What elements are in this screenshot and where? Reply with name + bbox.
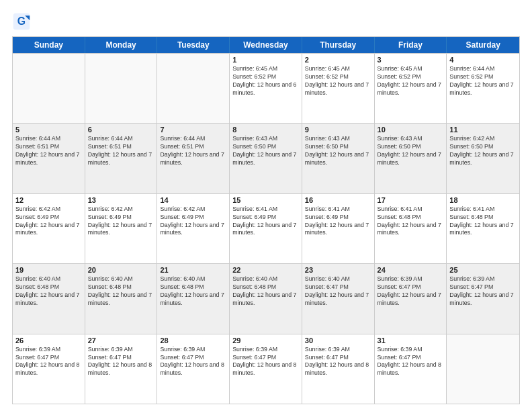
day-number: 7 <box>160 126 226 134</box>
header-day-wednesday: Wednesday <box>230 37 302 53</box>
day-number: 8 <box>232 126 299 134</box>
calendar-cell <box>85 54 158 123</box>
calendar: SundayMondayTuesdayWednesdayThursdayFrid… <box>12 36 520 404</box>
day-number: 27 <box>88 336 154 345</box>
calendar-cell: 16 Sunrise: 6:41 AMSunset: 6:49 PMDaylig… <box>302 194 375 263</box>
calendar-cell <box>157 54 230 123</box>
cell-info: Sunrise: 6:44 AMSunset: 6:51 PMDaylight:… <box>15 135 82 167</box>
day-number: 19 <box>15 266 82 274</box>
day-number: 13 <box>88 196 154 204</box>
cell-info: Sunrise: 6:39 AMSunset: 6:47 PMDaylight:… <box>88 346 154 378</box>
day-number: 1 <box>232 56 299 64</box>
calendar-cell: 10 Sunrise: 6:43 AMSunset: 6:50 PMDaylig… <box>375 124 447 193</box>
cell-info: Sunrise: 6:40 AMSunset: 6:48 PMDaylight:… <box>15 275 82 308</box>
day-number: 5 <box>15 126 82 134</box>
header-day-tuesday: Tuesday <box>157 37 230 53</box>
calendar-cell: 24 Sunrise: 6:39 AMSunset: 6:47 PMDaylig… <box>375 264 447 333</box>
page: G SundayMondayTuesdayWednesdayThursdayFr… <box>0 0 532 411</box>
calendar-cell <box>13 54 85 123</box>
day-number: 31 <box>378 336 444 345</box>
header-day-saturday: Saturday <box>447 37 519 53</box>
cell-info: Sunrise: 6:43 AMSunset: 6:50 PMDaylight:… <box>378 135 444 167</box>
calendar-header: SundayMondayTuesdayWednesdayThursdayFrid… <box>13 37 519 53</box>
cell-info: Sunrise: 6:42 AMSunset: 6:49 PMDaylight:… <box>15 205 82 238</box>
day-number: 16 <box>305 196 371 204</box>
day-number: 18 <box>449 196 517 204</box>
day-number: 6 <box>88 126 154 134</box>
header-day-sunday: Sunday <box>13 37 85 53</box>
calendar-cell: 7 Sunrise: 6:44 AMSunset: 6:51 PMDayligh… <box>157 124 230 193</box>
day-number: 3 <box>378 56 444 64</box>
calendar-cell: 4 Sunrise: 6:44 AMSunset: 6:52 PMDayligh… <box>447 54 519 123</box>
calendar-cell: 8 Sunrise: 6:43 AMSunset: 6:50 PMDayligh… <box>230 124 302 193</box>
calendar-cell: 31 Sunrise: 6:39 AMSunset: 6:47 PMDaylig… <box>375 334 447 404</box>
day-number: 14 <box>160 196 226 204</box>
calendar-cell: 20 Sunrise: 6:40 AMSunset: 6:48 PMDaylig… <box>85 264 158 333</box>
calendar-cell: 29 Sunrise: 6:39 AMSunset: 6:47 PMDaylig… <box>230 334 302 404</box>
cell-info: Sunrise: 6:40 AMSunset: 6:48 PMDaylight:… <box>160 275 226 308</box>
calendar-cell <box>447 334 519 404</box>
day-number: 25 <box>449 266 517 274</box>
cell-info: Sunrise: 6:40 AMSunset: 6:48 PMDaylight:… <box>88 275 154 308</box>
day-number: 24 <box>378 266 444 274</box>
day-number: 26 <box>15 336 82 345</box>
cell-info: Sunrise: 6:39 AMSunset: 6:47 PMDaylight:… <box>449 275 517 308</box>
calendar-cell: 9 Sunrise: 6:43 AMSunset: 6:50 PMDayligh… <box>302 124 375 193</box>
day-number: 10 <box>378 126 444 134</box>
calendar-cell: 21 Sunrise: 6:40 AMSunset: 6:48 PMDaylig… <box>157 264 230 333</box>
cell-info: Sunrise: 6:39 AMSunset: 6:47 PMDaylight:… <box>160 346 226 378</box>
cell-info: Sunrise: 6:40 AMSunset: 6:48 PMDaylight:… <box>232 275 299 308</box>
calendar-cell: 26 Sunrise: 6:39 AMSunset: 6:47 PMDaylig… <box>13 334 85 404</box>
calendar-row-4: 26 Sunrise: 6:39 AMSunset: 6:47 PMDaylig… <box>13 334 519 404</box>
day-number: 9 <box>305 126 371 134</box>
calendar-cell: 11 Sunrise: 6:42 AMSunset: 6:50 PMDaylig… <box>447 124 519 193</box>
day-number: 12 <box>15 196 82 204</box>
calendar-cell: 25 Sunrise: 6:39 AMSunset: 6:47 PMDaylig… <box>447 264 519 333</box>
logo: G <box>12 12 34 31</box>
calendar-cell: 27 Sunrise: 6:39 AMSunset: 6:47 PMDaylig… <box>85 334 158 404</box>
calendar-row-0: 1 Sunrise: 6:45 AMSunset: 6:52 PMDayligh… <box>13 53 519 123</box>
cell-info: Sunrise: 6:42 AMSunset: 6:49 PMDaylight:… <box>88 205 154 238</box>
cell-info: Sunrise: 6:45 AMSunset: 6:52 PMDaylight:… <box>305 65 371 97</box>
cell-info: Sunrise: 6:40 AMSunset: 6:47 PMDaylight:… <box>305 275 371 308</box>
calendar-row-3: 19 Sunrise: 6:40 AMSunset: 6:48 PMDaylig… <box>13 263 519 333</box>
day-number: 29 <box>232 336 299 345</box>
logo-icon: G <box>12 12 31 31</box>
calendar-cell: 6 Sunrise: 6:44 AMSunset: 6:51 PMDayligh… <box>85 124 158 193</box>
cell-info: Sunrise: 6:41 AMSunset: 6:48 PMDaylight:… <box>378 205 444 238</box>
day-number: 30 <box>305 336 371 345</box>
cell-info: Sunrise: 6:41 AMSunset: 6:48 PMDaylight:… <box>449 205 517 238</box>
calendar-cell: 14 Sunrise: 6:42 AMSunset: 6:49 PMDaylig… <box>157 194 230 263</box>
day-number: 17 <box>378 196 444 204</box>
cell-info: Sunrise: 6:42 AMSunset: 6:50 PMDaylight:… <box>449 135 517 167</box>
day-number: 22 <box>232 266 299 274</box>
header-day-thursday: Thursday <box>302 37 375 53</box>
cell-info: Sunrise: 6:41 AMSunset: 6:49 PMDaylight:… <box>305 205 371 238</box>
cell-info: Sunrise: 6:43 AMSunset: 6:50 PMDaylight:… <box>232 135 299 167</box>
cell-info: Sunrise: 6:44 AMSunset: 6:51 PMDaylight:… <box>160 135 226 167</box>
cell-info: Sunrise: 6:39 AMSunset: 6:47 PMDaylight:… <box>305 346 371 378</box>
day-number: 23 <box>305 266 371 274</box>
cell-info: Sunrise: 6:42 AMSunset: 6:49 PMDaylight:… <box>160 205 226 238</box>
cell-info: Sunrise: 6:39 AMSunset: 6:47 PMDaylight:… <box>378 275 444 308</box>
calendar-cell: 30 Sunrise: 6:39 AMSunset: 6:47 PMDaylig… <box>302 334 375 404</box>
day-number: 20 <box>88 266 154 274</box>
header-day-monday: Monday <box>85 37 158 53</box>
cell-info: Sunrise: 6:44 AMSunset: 6:51 PMDaylight:… <box>88 135 154 167</box>
cell-info: Sunrise: 6:39 AMSunset: 6:47 PMDaylight:… <box>15 346 82 378</box>
calendar-cell: 28 Sunrise: 6:39 AMSunset: 6:47 PMDaylig… <box>157 334 230 404</box>
day-number: 15 <box>232 196 299 204</box>
cell-info: Sunrise: 6:44 AMSunset: 6:52 PMDaylight:… <box>449 65 517 97</box>
header-day-friday: Friday <box>375 37 447 53</box>
calendar-body: 1 Sunrise: 6:45 AMSunset: 6:52 PMDayligh… <box>13 53 519 404</box>
cell-info: Sunrise: 6:41 AMSunset: 6:49 PMDaylight:… <box>232 205 299 238</box>
calendar-cell: 5 Sunrise: 6:44 AMSunset: 6:51 PMDayligh… <box>13 124 85 193</box>
cell-info: Sunrise: 6:39 AMSunset: 6:47 PMDaylight:… <box>378 346 444 378</box>
cell-info: Sunrise: 6:43 AMSunset: 6:50 PMDaylight:… <box>305 135 371 167</box>
day-number: 21 <box>160 266 226 274</box>
calendar-cell: 1 Sunrise: 6:45 AMSunset: 6:52 PMDayligh… <box>230 54 302 123</box>
calendar-cell: 15 Sunrise: 6:41 AMSunset: 6:49 PMDaylig… <box>230 194 302 263</box>
calendar-cell: 3 Sunrise: 6:45 AMSunset: 6:52 PMDayligh… <box>375 54 447 123</box>
header: G <box>12 12 520 31</box>
calendar-cell: 19 Sunrise: 6:40 AMSunset: 6:48 PMDaylig… <box>13 264 85 333</box>
